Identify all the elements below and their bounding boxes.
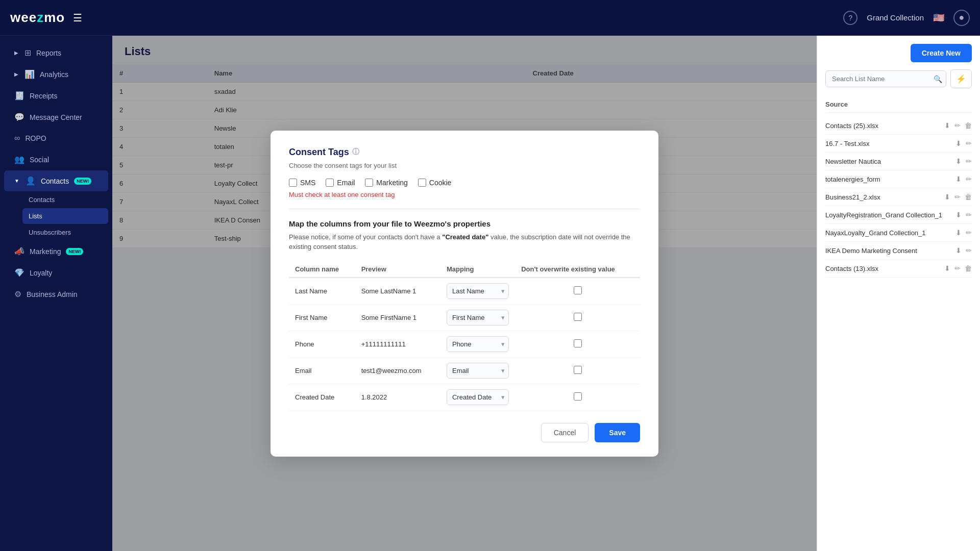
source-item-name: IKEA Demo Marketing Consent	[825, 247, 955, 255]
consent-tags-title: Consent Tags ⓘ	[289, 147, 640, 158]
source-list-item[interactable]: Contacts (25).xlsx ⬇ ✏ 🗑	[825, 117, 972, 135]
source-item-name: Business21_2.xlsx	[825, 193, 944, 201]
sms-checkbox[interactable]	[289, 179, 297, 187]
modal-divider	[289, 209, 640, 209]
download-icon[interactable]: ⬇	[944, 193, 950, 201]
notice-pre: Please notice, if some of your contacts …	[289, 233, 442, 241]
search-icon[interactable]: 🔍	[934, 75, 942, 83]
download-icon[interactable]: ⬇	[955, 246, 962, 255]
download-icon[interactable]: ⬇	[944, 264, 950, 272]
mapping-select-lastname[interactable]: Last Name	[447, 283, 509, 299]
source-list-item[interactable]: IKEA Demo Marketing Consent ⬇ ✏	[825, 242, 972, 260]
delete-icon[interactable]: 🗑	[965, 121, 972, 130]
mapping-select-phone[interactable]: Phone	[447, 336, 509, 352]
mapping-select-firstname[interactable]: First Name	[447, 310, 509, 325]
edit-icon[interactable]: ✏	[954, 193, 961, 201]
sidebar-item-loyalty[interactable]: 💎 Loyalty	[4, 262, 108, 283]
email-checkbox[interactable]	[326, 179, 334, 187]
sidebar-item-contacts-sub[interactable]: Contacts	[22, 192, 108, 208]
mapping-select-created-date[interactable]: Created Date	[447, 389, 509, 405]
download-icon[interactable]: ⬇	[955, 139, 962, 147]
overwrite-checkbox-email[interactable]	[574, 366, 582, 374]
help-button[interactable]: ?	[843, 11, 857, 25]
user-avatar-button[interactable]: ●	[953, 10, 970, 26]
sidebar-item-reports[interactable]: ▶ ⊞ Reports	[4, 42, 108, 63]
sidebar-item-ropo[interactable]: ∞ ROPO	[4, 128, 108, 148]
sidebar-item-business-admin[interactable]: ⚙ Business Admin	[4, 284, 108, 305]
map-columns-title: Map the columns from your file to Weezmo…	[289, 219, 640, 228]
source-list-item[interactable]: Newsletter Nautica ⬇ ✏	[825, 153, 972, 170]
edit-icon[interactable]: ✏	[966, 175, 972, 183]
consent-tag-marketing[interactable]: Marketing	[365, 179, 407, 187]
receipts-icon: 🧾	[14, 91, 24, 101]
col-mapping-lastname: Last Name	[440, 278, 515, 305]
col-name-firstname: First Name	[289, 304, 355, 331]
sidebar-item-label: Business Admin	[27, 290, 78, 298]
modal-overlay[interactable]: Consent Tags ⓘ Choose the consent tags f…	[112, 36, 817, 551]
filter-button[interactable]: ⚡	[950, 69, 972, 88]
col-preview-firstname: Some FirstName 1	[355, 304, 440, 331]
edit-icon[interactable]: ✏	[966, 211, 972, 219]
overwrite-checkbox-phone[interactable]	[574, 339, 582, 347]
loyalty-icon: 💎	[14, 268, 24, 278]
search-input[interactable]	[825, 70, 946, 87]
col-preview-created-date: 1.8.2022	[355, 384, 440, 410]
source-list-item[interactable]: LoyaltyRegistration_Grand Collection_1 ⬇…	[825, 206, 972, 224]
source-list-item[interactable]: 16.7 - Test.xlsx ⬇ ✏	[825, 135, 972, 153]
col-preview-phone: +11111111111	[355, 331, 440, 357]
create-new-button[interactable]: Create New	[911, 44, 972, 62]
edit-icon[interactable]: ✏	[966, 139, 972, 147]
cookie-checkbox[interactable]	[418, 179, 426, 187]
consent-tags-info-icon[interactable]: ⓘ	[352, 147, 359, 157]
sidebar-item-analytics[interactable]: ▶ 📊 Analytics	[4, 64, 108, 85]
edit-icon[interactable]: ✏	[966, 229, 972, 237]
sidebar-item-marketing[interactable]: 📣 Marketing NEW!	[4, 241, 108, 262]
delete-icon[interactable]: 🗑	[965, 193, 972, 201]
sms-label: SMS	[300, 179, 315, 187]
source-list-item[interactable]: NayaxLoyalty_Grand Collection_1 ⬇ ✏	[825, 224, 972, 242]
overwrite-checkbox-lastname[interactable]	[574, 286, 582, 294]
source-list-item[interactable]: Contacts (13).xlsx ⬇ ✏ 🗑	[825, 260, 972, 278]
mapping-row-created-date: Created Date 1.8.2022 Created Date	[289, 384, 640, 410]
download-icon[interactable]: ⬇	[944, 121, 950, 130]
sidebar-item-label: Loyalty	[30, 269, 52, 277]
overwrite-checkbox-created-date[interactable]	[574, 392, 582, 400]
logo-text: weezmo	[10, 10, 65, 26]
download-icon[interactable]: ⬇	[955, 211, 962, 219]
sidebar-item-unsubscribers[interactable]: Unsubscribers	[22, 224, 108, 240]
download-icon[interactable]: ⬇	[955, 229, 962, 237]
marketing-checkbox[interactable]	[365, 179, 373, 187]
contacts-icon: 👤	[26, 176, 36, 186]
overwrite-checkbox-firstname[interactable]	[574, 313, 582, 321]
source-list-item[interactable]: Business21_2.xlsx ⬇ ✏ 🗑	[825, 188, 972, 206]
mapping-select-email[interactable]: Email	[447, 363, 509, 379]
sidebar-item-message-center[interactable]: 💬 Message Center	[4, 107, 108, 128]
source-list-item[interactable]: totalenergies_form ⬇ ✏	[825, 170, 972, 188]
hamburger-menu-button[interactable]: ☰	[73, 12, 82, 24]
edit-icon[interactable]: ✏	[954, 264, 961, 272]
consent-tag-email[interactable]: Email	[326, 179, 355, 187]
download-icon[interactable]: ⬇	[955, 175, 962, 183]
edit-icon[interactable]: ✏	[954, 121, 961, 130]
col-overwrite-firstname	[515, 304, 640, 331]
consent-error-message: Must check at least one consent tag	[289, 191, 640, 198]
sidebar-item-receipts[interactable]: 🧾 Receipts	[4, 85, 108, 106]
col-preview-lastname: Some LastName 1	[355, 278, 440, 305]
save-button[interactable]: Save	[595, 423, 640, 442]
delete-icon[interactable]: 🗑	[965, 264, 972, 272]
sidebar-item-social[interactable]: 👥 Social	[4, 149, 108, 170]
download-icon[interactable]: ⬇	[955, 157, 962, 165]
sidebar-item-lists[interactable]: Lists	[22, 208, 108, 224]
edit-icon[interactable]: ✏	[966, 157, 972, 165]
edit-icon[interactable]: ✏	[966, 246, 972, 255]
ropo-icon: ∞	[14, 134, 20, 143]
source-actions: ⬇ ✏ 🗑	[944, 193, 972, 201]
cancel-button[interactable]: Cancel	[541, 423, 589, 442]
consent-tag-sms[interactable]: SMS	[289, 179, 315, 187]
notice-bold: "Created date"	[442, 233, 488, 241]
mapping-table: Column name Preview Mapping Don't overwr…	[289, 261, 640, 411]
consent-tag-cookie[interactable]: Cookie	[418, 179, 452, 187]
source-actions: ⬇ ✏	[955, 229, 972, 237]
source-actions: ⬇ ✏ 🗑	[944, 264, 972, 272]
sidebar-item-contacts[interactable]: ▼ 👤 Contacts NEW!	[4, 170, 108, 191]
